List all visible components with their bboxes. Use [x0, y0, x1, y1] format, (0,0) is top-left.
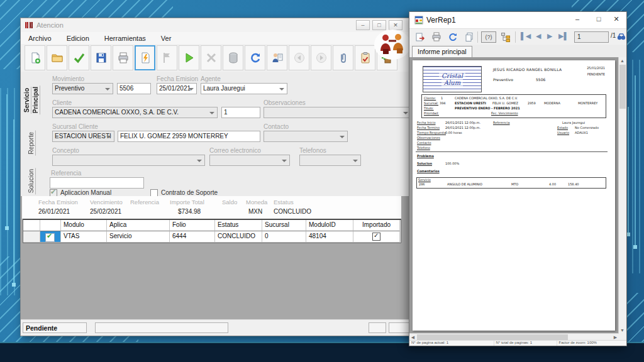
cliente-combo[interactable]: CADENA COMERCIAL OXXO, S.A. DE C.V.: [52, 107, 218, 118]
grid-row-selector[interactable]: [23, 231, 40, 243]
servicio-precio: 158.40: [568, 182, 579, 186]
vertical-scrollbar[interactable]: ▲ ▼: [618, 57, 626, 334]
tab-solucion[interactable]: Solucion: [25, 163, 38, 199]
grid-header-folio[interactable]: Folio: [170, 220, 215, 231]
minimize-button[interactable]: –: [356, 20, 370, 30]
grid-cell-sucursal[interactable]: 0: [262, 231, 306, 243]
print-button[interactable]: [113, 45, 133, 70]
report-viewer[interactable]: Cristal Alum JESUS RICARDO RANGEL BONILL…: [409, 57, 619, 334]
sucursal-direccion-input[interactable]: FELIX U. GOMEZ 2959 MONTERREY: [118, 131, 260, 142]
refresh-report-button[interactable]: [447, 31, 458, 43]
scroll-up-arrow[interactable]: ▲: [619, 57, 626, 64]
menu-edicion[interactable]: Edicion: [59, 35, 97, 42]
group-tree-button[interactable]: [500, 31, 511, 43]
cliente-numero-input[interactable]: 1: [221, 107, 260, 118]
telefonos-combo[interactable]: [299, 155, 361, 166]
agent-report-button[interactable]: [267, 45, 287, 70]
open-folder-icon: [51, 52, 64, 64]
close-button[interactable]: ✕: [389, 20, 402, 30]
scroll-down-arrow[interactable]: ▼: [619, 327, 626, 334]
refresh-icon: [249, 52, 262, 64]
grid-header-check[interactable]: [40, 220, 61, 231]
refresh-button[interactable]: [245, 45, 265, 70]
tab-informe-principal[interactable]: Informe principal: [412, 46, 472, 57]
next-button[interactable]: [311, 45, 331, 70]
delete-button[interactable]: [223, 45, 243, 70]
close-button[interactable]: ✕: [611, 15, 621, 23]
print-report-button[interactable]: [431, 31, 442, 43]
grid-cell-check[interactable]: [40, 231, 61, 243]
observaciones-combo[interactable]: [264, 107, 411, 118]
search-button[interactable]: [617, 32, 626, 41]
fecha-inicio-value: 26/01/2021 12:00p.m.: [445, 121, 480, 124]
accept-button[interactable]: [69, 45, 89, 70]
movimiento-combo[interactable]: Preventivo: [52, 83, 113, 94]
open-button[interactable]: [47, 45, 67, 70]
group-tree-icon: [501, 32, 511, 42]
referencia-label: Referencia: [493, 121, 510, 124]
tab-reporte[interactable]: Reporte: [25, 126, 38, 161]
fecha-termino-value: 26/01/2021 12:00p.m.: [445, 126, 480, 129]
first-page-button[interactable]: ▌◀: [521, 32, 531, 40]
grid-header-modulo[interactable]: Modulo: [61, 220, 107, 231]
cancel-x-icon: [205, 52, 218, 64]
fecha-emision-picker[interactable]: 25/01/2021: [157, 83, 197, 94]
report-tab-strip: Informe principal: [409, 45, 626, 58]
attachment-button[interactable]: [333, 45, 353, 70]
grid-header-aplica[interactable]: Aplica: [107, 220, 170, 231]
copy-button[interactable]: [464, 31, 475, 43]
grid-cell-importado[interactable]: [353, 231, 400, 243]
contacto-label: Contacto: [417, 141, 431, 145]
apply-button[interactable]: [135, 45, 155, 70]
atencion-titlebar[interactable]: Atencion – □ ✕: [21, 18, 414, 32]
export-button[interactable]: [414, 31, 426, 43]
referencia-input[interactable]: [50, 177, 144, 189]
cancel-button[interactable]: [201, 45, 221, 70]
grid-cell-moduloid[interactable]: 48104: [306, 231, 353, 243]
grid-cell-folio[interactable]: 6444: [170, 231, 215, 243]
vertical-scroll-thumb[interactable]: [619, 65, 626, 109]
tab-servicio-principal[interactable]: Servicio Principal: [25, 77, 38, 123]
grid-cell-modulo[interactable]: VTAS: [61, 231, 107, 243]
agente-combo[interactable]: Laura Jauregui: [201, 83, 287, 94]
grid-header-selector[interactable]: [23, 220, 40, 231]
maximize-button[interactable]: □: [372, 20, 386, 30]
last-page-button[interactable]: ▶▌: [558, 32, 569, 40]
binoculars-icon: [617, 32, 626, 41]
new-document-button[interactable]: [25, 45, 45, 70]
previous-button[interactable]: [289, 45, 309, 70]
contacto-combo[interactable]: [264, 131, 348, 142]
execute-button[interactable]: [179, 45, 199, 70]
verrep-titlebar[interactable]: VerRep1 – □ ✕: [409, 12, 626, 28]
grid-header-sucursal[interactable]: Sucursal: [262, 220, 306, 231]
new-document-icon: [29, 52, 42, 64]
concepto-combo[interactable]: [52, 155, 205, 166]
next-page-button[interactable]: ▶: [547, 32, 552, 40]
horizontal-scroll-thumb[interactable]: [417, 334, 568, 340]
previous-page-button[interactable]: ◀: [536, 32, 541, 40]
folio-input[interactable]: 5506: [117, 83, 151, 94]
report-agent-name: JESUS RICARDO RANGEL BONILLA: [472, 67, 582, 72]
grid-cell-aplica[interactable]: Servicio: [107, 231, 170, 243]
circuit-line: [628, 107, 629, 233]
page-number-input[interactable]: 1: [574, 31, 609, 43]
correo-combo[interactable]: [209, 155, 290, 166]
grid-header-moduloid[interactable]: ModuloID: [306, 220, 353, 231]
menu-archivo[interactable]: Archivo: [21, 35, 59, 42]
save-button[interactable]: [91, 45, 111, 70]
sucursal-direccion: FELIX U. GOMEZ: [492, 101, 518, 105]
minimize-button[interactable]: –: [572, 15, 582, 23]
flag-button[interactable]: [157, 45, 177, 70]
menu-herramientas[interactable]: Herramientas: [97, 35, 153, 42]
toggle-group-tree-button[interactable]: (?): [481, 31, 496, 43]
inv-importe-value: $734.98: [178, 208, 201, 215]
tasks-button[interactable]: [355, 45, 375, 70]
grid-cell-estatus[interactable]: CONCLUIDO: [215, 231, 262, 243]
grid-header-estatus[interactable]: Estatus: [215, 220, 262, 231]
sucursal-combo[interactable]: ESTACION URESTI: [52, 131, 114, 142]
toolbar-separator: [515, 31, 516, 43]
grid-header-importado[interactable]: Importado: [353, 220, 400, 231]
inv-importe-label: Importe Total: [170, 199, 204, 206]
menu-ver[interactable]: Ver: [153, 35, 179, 42]
maximize-button[interactable]: □: [594, 15, 604, 23]
